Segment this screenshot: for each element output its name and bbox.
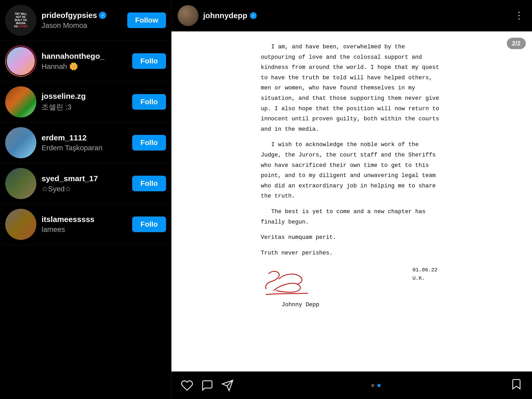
avatar-josseline [5,86,36,117]
letter-paragraph-2: I wish to acknowledge the noble work of … [261,140,443,201]
post-header: johnnydepp ⋮ [171,0,532,31]
like-button[interactable] [181,379,201,392]
avatar-prideofgypsies: TMT WILLNOT BEBUILT ONMAUNAKEA EVER [5,5,36,36]
comment-button[interactable] [201,379,221,392]
display-name-erdem: Erdem Taşkoparan [42,144,127,152]
post-username-row: johnnydepp [203,11,508,20]
follow-button-josseline[interactable]: Follo [132,94,166,110]
comment-icon [201,379,214,392]
heart-icon [181,379,193,392]
avatar-hannahonthego [5,45,36,77]
user-info-prideofgypsies: prideofgypsies Jason Momoa [42,11,122,30]
display-name-lamees: lamees [42,225,127,234]
username-josseline: josseline.zg [42,92,86,101]
avatar-lamees [5,209,36,240]
username-hannahonthego: hannahonthego_ [42,52,104,61]
avatar-erdem [5,127,36,158]
user-item-josseline[interactable]: josseline.zg 조셀린 :3 Follo [0,82,171,122]
username-syed: syed_smart_17 [42,174,98,183]
signature-name: Johnny Depp [282,300,319,310]
letter-paragraph-3: The best is yet to come and a new chapte… [261,207,443,227]
user-item-prideofgypsies[interactable]: TMT WILLNOT BEBUILT ONMAUNAKEA EVER prid… [0,0,171,41]
letter-latin: Veritas numquam perit. [261,232,443,243]
user-info-lamees: itslameesssss lamees [42,215,127,234]
signature-area: 01.06.22U.K. Johnny Depp [261,266,443,310]
post-username: johnnydepp [203,11,247,20]
save-button[interactable] [510,378,523,393]
letter-translation: Truth never perishes. [261,248,443,258]
date-location: 01.06.22U.K. [413,266,437,283]
user-item-erdem[interactable]: erdem_1112 Erdem Taşkoparan Follo [0,122,171,163]
follow-button-hannahonthego[interactable]: Follo [132,53,166,69]
post-panel: johnnydepp ⋮ 2/2 I am, and have been, ov… [171,0,532,399]
dot-2 [377,384,381,387]
letter-paragraph-1: I am, and have been, overwhelmed by the … [261,42,443,134]
page-indicator: 2/2 [507,38,526,49]
follow-button-erdem[interactable]: Follo [132,135,166,151]
display-name-syed: ☆Syed☆ [42,185,127,193]
user-item-syed[interactable]: syed_smart_17 ☆Syed☆ Follo [0,163,171,204]
display-name-josseline: 조셀린 :3 [42,102,127,112]
post-content: 2/2 I am, and have been, overwhelmed by … [171,31,532,371]
post-actions-bar [171,371,532,399]
letter-body: I am, and have been, overwhelmed by the … [261,42,443,310]
user-info-erdem: erdem_1112 Erdem Taşkoparan [42,133,127,152]
username-erdem: erdem_1112 [42,133,87,142]
follow-button-lamees[interactable]: Follo [132,217,166,232]
post-verified-badge [250,12,257,19]
user-info-josseline: josseline.zg 조셀린 :3 [42,92,127,112]
user-info-syed: syed_smart_17 ☆Syed☆ [42,174,127,193]
share-icon [221,379,234,392]
user-info-hannahonthego: hannahonthego_ Hannah 🌼 [42,52,127,71]
follow-button-syed[interactable]: Follo [132,176,166,191]
followers-list: TMT WILLNOT BEBUILT ONMAUNAKEA EVER prid… [0,0,171,399]
avatar-syed [5,168,36,199]
post-avatar[interactable] [178,5,198,26]
bookmark-icon [510,378,523,390]
user-item-lamees[interactable]: itslameesssss lamees Follo [0,204,171,245]
username-lamees: itslameesssss [42,215,95,224]
more-options-button[interactable]: ⋮ [512,10,526,21]
signature-image [261,266,339,297]
dot-1 [371,384,374,387]
username-prideofgypsies: prideofgypsies [42,11,97,20]
follow-button-prideofgypsies[interactable]: Follow [127,12,166,28]
display-name-prideofgypsies: Jason Momoa [42,21,122,30]
user-item-hannahonthego[interactable]: hannahonthego_ Hannah 🌼 Follo [0,41,171,82]
verified-badge-prideofgypsies [99,12,106,19]
display-name-hannahonthego: Hannah 🌼 [42,62,127,71]
dot-indicators [242,384,510,387]
share-button[interactable] [221,379,242,392]
